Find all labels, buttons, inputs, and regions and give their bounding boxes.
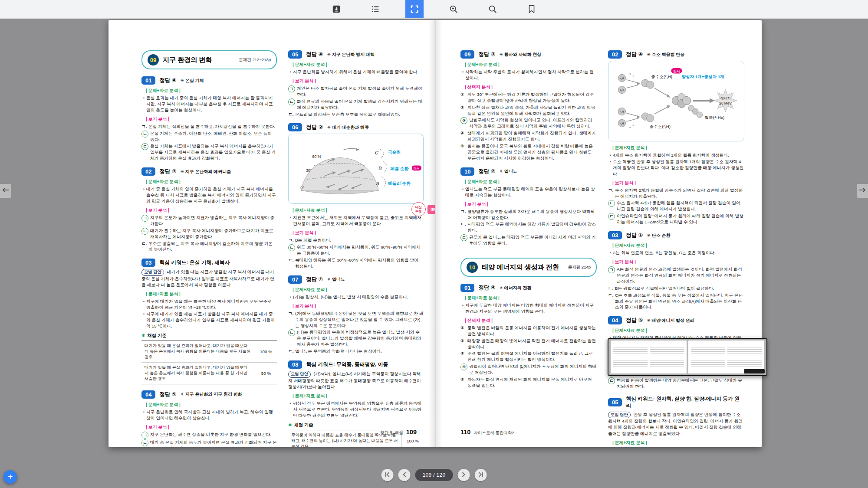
download-button[interactable] <box>327 0 345 18</box>
problem-number-badge: 01 <box>460 284 474 292</box>
polar-cell-label: 극순환 <box>388 150 401 154</box>
download-icon <box>332 4 341 14</box>
analysis-label: | 문제+자료 분석 | <box>612 440 744 446</box>
search-icon <box>488 4 497 14</box>
right-page: 09정답 ③✳ 황사와 사막화 현상| 문제+자료 분석 |•사막화는 사막 주… <box>435 20 762 447</box>
choice-item: ⑤황사는 몽골이나 중국 북부의 황토 지대에서 강한 바람 때문에 높은 공중… <box>460 143 597 161</box>
bullet-icon: • <box>288 400 293 419</box>
clue-badge-label: 단서 <box>413 167 419 170</box>
lat-60-label: 60°N <box>312 154 321 159</box>
answer-line: 정답 ③ <box>478 51 495 58</box>
topic-label: ✳ 에너지의 전환 <box>500 285 532 291</box>
cell-a-label: A <box>376 181 379 186</box>
problem-number-badge: 03 <box>608 231 622 239</box>
answer-line: 정답 ⑤ <box>626 317 643 324</box>
option-analysis-label: | 보기 분석 | <box>293 303 424 309</box>
analysis-point: •엘니뇨는 적도 부근 동태평양 해역의 표층 수온이 평상시보다 높은 상태로… <box>460 186 597 198</box>
asterisk-icon: ✱ <box>288 422 292 427</box>
analysis-label: | 문제+자료 분석 | <box>612 328 744 334</box>
zoom-in-button[interactable] <box>444 0 463 18</box>
last-page-button[interactable] <box>474 469 487 481</box>
previous-page-edge-button[interactable] <box>0 184 11 198</box>
add-annotation-button[interactable]: + <box>3 470 17 484</box>
choice-marker: ② <box>460 105 467 117</box>
naesin-suneung-badge: 내신수능 <box>411 202 426 216</box>
last-page-icon <box>477 471 483 479</box>
grading-criteria: 대기가 있을 때 온실 효과가 일어나고, 대기가 없을 때보다 더 높은 온도… <box>141 341 255 362</box>
answer-section: 01정답 ④✳ 온실 기체| 문제+자료 분석 |•온실 효과는 대기 중의 온… <box>141 76 277 161</box>
list-icon <box>371 4 380 14</box>
helium-label: 헬륨(⁴₂He) <box>704 115 724 120</box>
analysis-point: •온실 효과는 대기 중의 온실 기체가 태양 복사 에너지는 잘 통과시키지만… <box>141 95 277 113</box>
choice-item: ㄷ.우주로 방출되는 지구 복사 에너지양이 감소하여 지구의 평균 기온이 높… <box>141 241 277 253</box>
choice-marker: ② <box>460 338 467 350</box>
analysis-label: | 문제+자료 분석 | <box>465 295 597 301</box>
grading-row: 대기가 있을 때 온실 효과가 일어나고, 대기가 없을 때보다 더 높은 온도… <box>141 341 277 362</box>
choice-marker: ㄱ. <box>460 209 467 221</box>
answer-section: 10정답 ②✳ 엘니뇨| 문제+자료 분석 |•엘니뇨는 적도 부근 동태평양 … <box>460 167 597 246</box>
lat-30-label: 30° <box>306 168 312 173</box>
option-analysis-label: | 선택지 분석 | <box>465 84 597 90</box>
h-nucleus-3-label: ¹₁H <box>620 110 624 113</box>
chapter-title: 태양 에너지의 생성과 전환 <box>482 263 566 272</box>
preview-left-page <box>611 341 687 373</box>
search-button[interactable] <box>483 0 502 18</box>
cell-b-label: B <box>378 166 381 171</box>
choice-item: ㄷ규모가 큰 엘니뇨는 태평양 적도 부근뿐 아니라 세계 여러 지역의 기후에… <box>460 234 597 246</box>
analysis-label: | 문제+자료 분석 | <box>146 291 277 297</box>
option-analysis-label: | 보기 분석 | <box>293 230 424 236</box>
table-of-contents-button[interactable] <box>366 0 385 18</box>
energy-label: 에너지 <box>720 96 730 100</box>
bullet-icon: • <box>141 186 146 204</box>
bookmark-button[interactable] <box>523 0 541 18</box>
choice-item: ②지나친 삼림 벌채나 과잉 경작, 가축의 사육을 늘리기 위한 과잉 방목 … <box>460 105 597 117</box>
analysis-point: •지구 온난화를 방지하기 위해서 온실 기체의 배출량을 줄여야 한다. <box>288 69 424 75</box>
analysis-point: •평상시 적도 부근 해역에서는 무역풍의 영향으로 표층 해류가 동쪽에서 서… <box>288 400 424 419</box>
left-page-column-2: 05정답 ④✳ 지구 온난화 방지 대책| 문제+자료 분석 |•지구 온난화를… <box>288 50 424 447</box>
preview-thumbnail[interactable] <box>608 338 767 376</box>
bullet-icon: • <box>141 311 146 329</box>
fullscreen-icon <box>410 4 419 14</box>
choice-item: ①풍력 발전은 바람의 운동 에너지를 이용하여 전기 에너지를 생성하는 발전… <box>460 325 597 337</box>
problem-number-badge: 05 <box>608 398 622 406</box>
fullscreen-button[interactable] <box>405 0 424 18</box>
option-analysis-label: | 보기 분석 | <box>612 180 744 186</box>
choice-item: ②태양광 발전은 태양의 빛에너지를 직접 전기 에너지로 전환하는 발전 방식… <box>460 338 597 350</box>
h-nucleus-1-label: ¹₁H <box>620 77 624 80</box>
previous-page-button[interactable] <box>398 469 411 481</box>
book-spread: 09지구 환경의 변화문제편 212~213p01정답 ④✳ 온실 기체| 문제… <box>108 20 762 447</box>
deuterium-note-label: ─ 양성자 1개+중성자 1개 <box>677 74 724 79</box>
chapter-number-badge: 10 <box>467 262 478 273</box>
choice-marker: ㄴ. <box>608 285 615 291</box>
first-page-button[interactable] <box>381 469 394 481</box>
page-indicator[interactable]: 109 / 120 <box>415 469 453 481</box>
topic-label: ✳ 대기 대순환과 해류 <box>327 124 369 131</box>
model-answer-chip: 모범 답안 <box>288 371 311 377</box>
chapter-header: 10태양 에너지의 생성과 전환문제편 214p <box>460 258 597 277</box>
footer-label: 정답 및 해설 <box>380 430 403 436</box>
choice-item: ㄱ지구의 온도가 높아지면 지표가 방출하는 지구 복사 에너지양이 증가한다. <box>141 215 277 227</box>
section-header: 02정답 ④✳ 수소 핵융합 반응 <box>608 50 744 59</box>
atmospheric-circulation-figure: 60°N 30° 0° C B A 극순환 페렐 순환 단서 해들리 순환 <box>289 136 422 200</box>
correct-answer-marker: ㄴ <box>608 200 615 207</box>
answer-section: 04정답 ⑤✳ 지구 온난화와 지구 환경 변화| 문제+자료 분석 |•지구 … <box>141 390 277 447</box>
answer-section: 03핵심 키워드: 온실 기체, 재복사모범 답안 대기가 있을 때는 지표가 … <box>141 259 277 384</box>
choice-marker: ㄱ. <box>141 124 148 130</box>
analysis-point: •사막화는 사막 주변의 토지가 황폐해지면서 점차 사막으로 변하는 현상이다… <box>460 69 597 81</box>
bullet-icon: • <box>141 95 146 113</box>
answer-section: 02정답 ④✳ 수소 핵융합 반응 ¹₁H ¹₁H ¹₁H ¹₁H 단서 중수소… <box>608 50 744 225</box>
next-page-button[interactable] <box>457 469 470 481</box>
bullet-icon: • <box>288 294 293 300</box>
bullet-icon: • <box>288 69 293 75</box>
choice-marker: ㄱ. <box>608 187 615 200</box>
preview-column <box>691 343 725 371</box>
next-page-edge-button[interactable] <box>857 184 868 198</box>
page-number: 109 <box>406 429 417 436</box>
analysis-point: •수소 핵융합 반응 후 생성된 헬륨 원자핵 1개의 질량은 수소 원자핵 4… <box>608 159 744 177</box>
analysis-label: | 문제+자료 분석 | <box>146 179 277 185</box>
section-header: 03핵심 키워드: 온실 기체, 재복사 <box>141 259 277 267</box>
keyword-title: 핵심 키워드: 원자핵, 질량 합, 질량-에너지 등가 원리 <box>626 396 744 409</box>
choice-item: ㄷ온실 기체는 지표에서 방출되는 지구 복사 에너지를 흡수하였다가 일부를 … <box>141 143 277 161</box>
topic-label: ✳ 지구 온난화의 메커니즘 <box>181 169 231 175</box>
page-navigation: 109 / 120 <box>381 469 487 481</box>
